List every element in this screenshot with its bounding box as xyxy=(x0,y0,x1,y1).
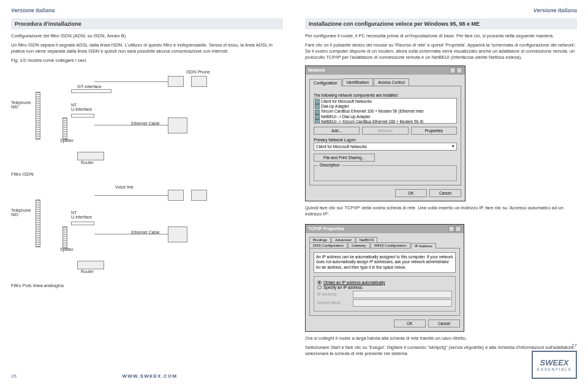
radio-obtain-auto[interactable]: Obtain an IP address automatically xyxy=(317,280,452,285)
diagram-isdn: ISDN Phone S/T-interface Telephone NID N… xyxy=(11,70,283,168)
client-icon xyxy=(315,99,320,104)
diagram-pots: Voice line Telephone NID NT U-interface … xyxy=(11,181,283,279)
header-left: Versione Italiana xyxy=(11,7,283,13)
remove-button[interactable]: Remove xyxy=(362,127,408,135)
page-26: Versione Italiana Procedura d'installazi… xyxy=(0,0,294,385)
header-right: Versione Italiana xyxy=(305,7,577,13)
file-print-sharing-button[interactable]: File and Print Sharing... xyxy=(314,154,375,162)
tab-identification[interactable]: Identification xyxy=(342,78,374,86)
tcpip-title: TCP/IP Properties xyxy=(308,226,344,231)
protocol-icon xyxy=(315,119,320,123)
device-phone2b xyxy=(191,190,207,201)
lbl-subnet: Subnet Mask: xyxy=(317,301,350,305)
p-tcpip-click: Quindi fare clic sul 'TCP/IP' della vost… xyxy=(305,205,577,217)
network-title: Network xyxy=(308,68,325,72)
tcpip-titlebar[interactable]: TCP/IP Properties ? × xyxy=(306,225,464,233)
box-nt-b xyxy=(71,222,94,225)
primary-logon-select[interactable]: Client for Microsoft Networks ▾ xyxy=(314,143,457,151)
footer-url: WWW.SWEEX.COM xyxy=(123,373,178,379)
device-phone1 xyxy=(168,76,184,87)
lbl-filtro-isdn: Filtro ISDN xyxy=(11,171,283,178)
logo-brand: SWEEX xyxy=(540,358,569,367)
lbl-router-b: Router xyxy=(81,269,94,274)
nid-post xyxy=(36,92,40,140)
box-st xyxy=(71,89,111,93)
help-icon[interactable]: ? xyxy=(448,226,454,232)
radio-specify[interactable]: Specify an IP address: xyxy=(317,285,452,290)
chevron-down-icon: ▾ xyxy=(452,144,454,149)
lbl-telephone-nid: Telephone NID xyxy=(11,100,31,109)
tab-dns[interactable]: DNS Configuration xyxy=(309,242,347,248)
cancel-button[interactable]: Cancel xyxy=(429,189,461,197)
page-number-26: 26 xyxy=(11,373,17,379)
radio-icon xyxy=(317,285,322,290)
tab-ip-address[interactable]: IP Address xyxy=(411,243,436,249)
device-pc-b xyxy=(168,226,187,242)
protocol-icon xyxy=(315,114,320,119)
ok-button[interactable]: OK xyxy=(395,189,427,197)
list-item: NetBEUI -> Xircom CardBus Ethernet 100 +… xyxy=(315,119,456,123)
ip-address-field xyxy=(353,291,452,298)
device-router xyxy=(77,152,104,160)
lbl-st-interface: S/T-interface xyxy=(77,84,102,89)
lbl-filtro-pots: Filtro Pots linea analogica xyxy=(11,283,283,289)
page-number-27: 27 xyxy=(571,343,577,348)
components-listbox[interactable]: Client for Microsoft Networks Dial-Up Ad… xyxy=(314,98,457,124)
splitter-post-b xyxy=(62,226,67,249)
nid-post-b xyxy=(36,200,40,247)
ok-button[interactable]: OK xyxy=(394,320,426,327)
logo-sub: ESSENTIALS xyxy=(537,367,571,372)
properties-button[interactable]: Properties xyxy=(411,127,457,135)
device-phone1b xyxy=(168,190,184,201)
subnet-mask-field xyxy=(353,299,452,307)
list-item: Xircom CardBus Ethernet 100 + Modem 56 (… xyxy=(315,109,456,114)
splitter-post xyxy=(62,118,67,140)
close-icon[interactable]: × xyxy=(455,226,461,232)
adapter-icon xyxy=(315,110,320,114)
lbl-splitter: Splitter xyxy=(60,138,74,143)
tab-gateway[interactable]: Gateway xyxy=(348,242,370,248)
p-connect-router: Ora si colleghi il router a larga banda … xyxy=(305,335,577,342)
adapter-icon xyxy=(315,104,320,109)
tab-advanced[interactable]: Advanced xyxy=(331,237,355,242)
network-dialog: Network ? × Configuration Identification… xyxy=(305,65,466,201)
tab-configuration[interactable]: Configuration xyxy=(309,79,342,86)
lbl-router: Router xyxy=(81,160,94,165)
lbl-splitter-b: Splitter xyxy=(60,247,74,252)
list-item: Dial-Up Adapter xyxy=(315,104,456,109)
list-item: Client for Microsoft Networks xyxy=(315,99,456,104)
tab-wins[interactable]: WINS Configuration xyxy=(371,242,410,248)
tab-netbios[interactable]: NetBIOS xyxy=(356,237,378,242)
p-right-click: Fare clic on il pulsante destro del mous… xyxy=(305,42,577,61)
lbl-telephone-nid-b: Telephone NID xyxy=(11,208,31,217)
radio-icon xyxy=(317,280,322,285)
close-icon[interactable]: × xyxy=(456,67,462,73)
device-phone2 xyxy=(191,76,207,87)
lbl-components: The following network components are ins… xyxy=(314,93,457,97)
box-nt xyxy=(71,114,94,118)
sweex-logo: SWEEX ESSENTIALS xyxy=(532,351,577,379)
help-icon[interactable]: ? xyxy=(450,67,456,73)
cancel-button[interactable]: Cancel xyxy=(428,320,460,327)
lbl-ip: IP Address: xyxy=(317,292,350,296)
p-filter-desc: Un filtro ISDN separa il segnale ADSL da… xyxy=(11,42,283,54)
p-fig12: Fig. 1/2 mostra come collegare i cavi. xyxy=(11,58,283,64)
section-title-procedure: Procedura d'installazione xyxy=(11,18,283,29)
device-router-b xyxy=(77,261,104,269)
tab-access-control[interactable]: Access Control xyxy=(374,78,409,86)
network-titlebar[interactable]: Network ? × xyxy=(306,66,465,75)
p-config-isdn: Configurazione del filtro ISDN (ADSL su … xyxy=(11,33,283,39)
add-button[interactable]: Add... xyxy=(314,127,360,135)
lbl-nt-u-b: NT U-interface xyxy=(71,211,92,219)
section-title-install: Installazione con configurazione veloce … xyxy=(305,18,577,29)
lbl-description: Description xyxy=(318,163,342,167)
lbl-nt-u: NT U-interface xyxy=(71,103,92,111)
lbl-voice-line: Voice line xyxy=(115,185,134,189)
tcpip-dialog: TCP/IP Properties ? × Bindings Advanced … xyxy=(305,224,464,332)
device-pc xyxy=(168,118,187,133)
page-27: Versione Italiana Installazione con conf… xyxy=(294,0,588,385)
tcpip-intro: An IP address can be automatically assig… xyxy=(314,252,456,273)
p-configure-router: Per configurare il router, il PC necessi… xyxy=(305,33,577,39)
lbl-logon: Primary Network Logon: xyxy=(314,138,457,142)
tab-bindings[interactable]: Bindings xyxy=(309,237,331,242)
